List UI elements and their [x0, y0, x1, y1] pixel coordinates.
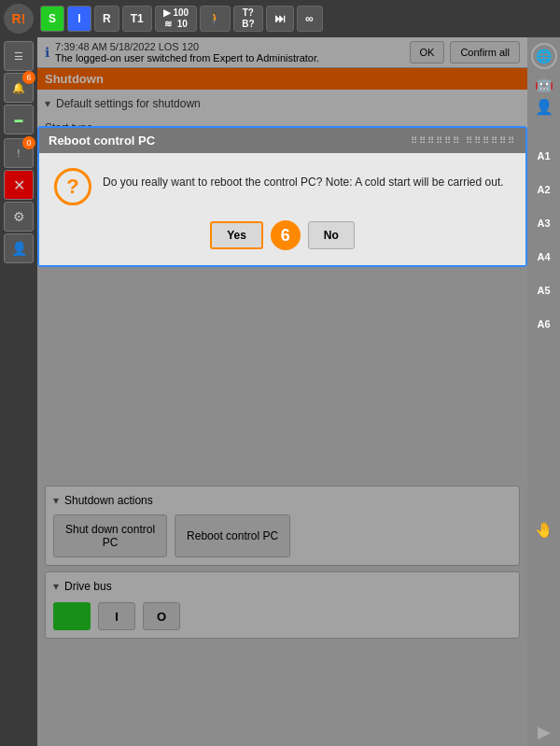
main-content: ℹ 7:39:48 AM 5/18/2022 LOS 120 The logge…: [37, 37, 527, 746]
left-btn-status[interactable]: ▬: [4, 105, 34, 134]
left-btn-settings[interactable]: ⚙: [4, 202, 34, 232]
left-btn-notifications[interactable]: 🔔 6: [4, 73, 34, 103]
right-panel-a6[interactable]: A6: [530, 310, 558, 338]
dialog-overlay: Reboot control PC ⠿⠿⠿⠿⠿⠿ ⠿⠿⠿⠿⠿⠿ ? Do you…: [37, 37, 527, 746]
app-logo: R!: [4, 4, 34, 34]
dialog-body: ? Do you really want to reboot the contr…: [39, 153, 525, 265]
btn-skip[interactable]: ⏭: [266, 6, 294, 32]
left-panel: ☰ 🔔 6 ▬ ! 0 ✕ ⚙ 👤: [0, 37, 37, 746]
reboot-dialog: Reboot control PC ⠿⠿⠿⠿⠿⠿ ⠿⠿⠿⠿⠿⠿ ? Do you…: [37, 126, 527, 267]
btn-i[interactable]: I: [67, 6, 91, 32]
btn-play[interactable]: ▶ 100 ≋ 10: [155, 6, 197, 32]
left-btn-alerts[interactable]: ! 0: [4, 138, 34, 168]
left-btn-menu[interactable]: ☰: [4, 41, 34, 71]
person-icon[interactable]: 👤: [535, 98, 553, 116]
dialog-dots: ⠿⠿⠿⠿⠿⠿ ⠿⠿⠿⠿⠿⠿: [411, 135, 516, 146]
right-panel-a4[interactable]: A4: [530, 243, 558, 271]
play-arrow-icon[interactable]: ▶: [538, 722, 551, 742]
btn-s[interactable]: S: [40, 6, 64, 32]
right-panel-a1[interactable]: A1: [530, 142, 558, 170]
btn-walk[interactable]: 🚶: [200, 6, 231, 32]
dialog-content: ? Do you really want to reboot the contr…: [54, 168, 511, 205]
dialog-message: Do you really want to reboot the control…: [103, 168, 504, 190]
right-panel: 🌐 🤖 👤 A1 A2 A3 A4 A5 A6 🤚 ▶: [527, 37, 560, 746]
right-panel-a3[interactable]: A3: [530, 209, 558, 237]
step-badge: 6: [271, 220, 301, 250]
btn-inf[interactable]: ∞: [297, 6, 323, 32]
right-panel-a2[interactable]: A2: [530, 176, 558, 204]
btn-t[interactable]: T? B?: [233, 6, 262, 32]
dialog-title: Reboot control PC: [49, 134, 155, 148]
btn-r[interactable]: R: [94, 6, 119, 32]
hand-icon[interactable]: 🤚: [535, 521, 553, 539]
no-button[interactable]: No: [308, 221, 355, 249]
dialog-buttons: Yes 6 No: [54, 220, 511, 250]
dialog-titlebar: Reboot control PC ⠿⠿⠿⠿⠿⠿ ⠿⠿⠿⠿⠿⠿: [39, 128, 525, 153]
top-toolbar: R! S I R T1 ▶ 100 ≋ 10 🚶 T? B? ⏭ ∞: [0, 0, 560, 37]
right-panel-a5[interactable]: A5: [530, 276, 558, 304]
robot-icon[interactable]: 🤖: [535, 75, 553, 92]
btn-t1[interactable]: T1: [122, 6, 152, 32]
left-btn-stop[interactable]: ✕: [4, 170, 34, 200]
question-icon: ?: [54, 168, 91, 205]
globe-icon[interactable]: 🌐: [531, 43, 557, 69]
yes-button[interactable]: Yes: [210, 221, 263, 249]
left-btn-user[interactable]: 👤: [4, 233, 34, 263]
